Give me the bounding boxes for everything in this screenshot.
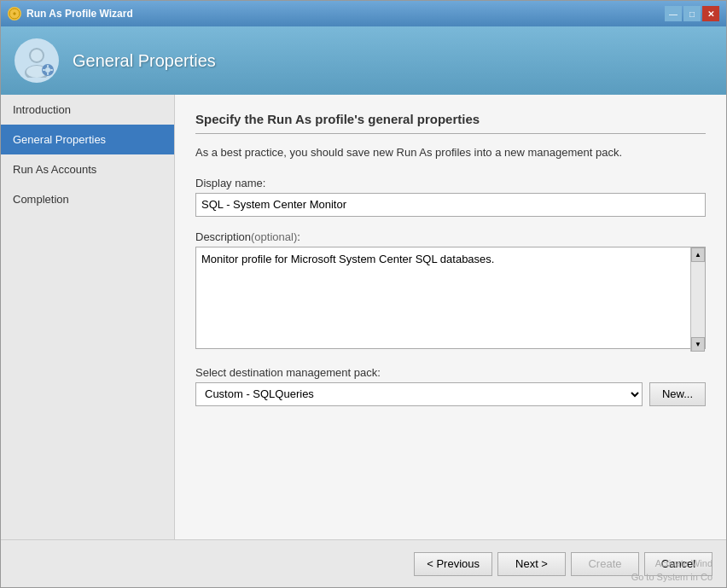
svg-rect-8 <box>47 73 49 75</box>
svg-rect-9 <box>43 69 45 71</box>
svg-point-6 <box>45 67 50 73</box>
sidebar-item-general-properties[interactable]: General Properties <box>1 125 174 154</box>
new-management-pack-button[interactable]: New... <box>649 382 706 406</box>
avatar <box>15 38 59 83</box>
scroll-down-btn[interactable]: ▼ <box>691 337 705 352</box>
svg-point-3 <box>31 49 43 61</box>
wizard-window: Run As Profile Wizard — □ ✕ <box>0 0 727 588</box>
textarea-scrollbar: ▲ ▼ <box>690 247 705 352</box>
title-bar-left: Run As Profile Wizard <box>8 7 133 20</box>
footer: < Previous Next > Create Cancel Activate… <box>1 539 726 587</box>
sidebar-item-introduction[interactable]: Introduction <box>1 95 174 125</box>
sidebar-item-completion[interactable]: Completion <box>1 184 174 214</box>
create-button[interactable]: Create <box>571 552 639 576</box>
management-pack-row: Custom - SQLQueries Default Management P… <box>195 382 706 406</box>
management-pack-label: Select destination management pack: <box>195 366 706 379</box>
scroll-up-btn[interactable]: ▲ <box>691 247 705 262</box>
content-panel: Specify the Run As profile's general pro… <box>175 95 726 539</box>
header-title: General Properties <box>73 51 216 71</box>
management-pack-select[interactable]: Custom - SQLQueries Default Management P… <box>195 382 643 406</box>
description-textarea-container: Monitor profile for Microsoft System Cen… <box>195 247 706 352</box>
info-text: As a best practice, you should save new … <box>195 144 706 161</box>
title-bar-controls: — □ ✕ <box>665 6 719 21</box>
display-name-label: Display name: <box>195 177 706 189</box>
description-label: Description(optional): <box>195 230 706 243</box>
sidebar: Introduction General Properties Run As A… <box>1 95 175 539</box>
previous-button[interactable]: < Previous <box>414 552 492 576</box>
description-optional-text: (optional) <box>251 230 297 243</box>
description-textarea[interactable]: Monitor profile for Microsoft System Cen… <box>195 247 706 349</box>
sidebar-item-run-as-accounts[interactable]: Run As Accounts <box>1 154 174 184</box>
window-title: Run As Profile Wizard <box>26 8 133 20</box>
section-title: Specify the Run As profile's general pro… <box>195 112 706 134</box>
maximize-button[interactable]: □ <box>683 6 701 21</box>
minimize-button[interactable]: — <box>665 6 682 21</box>
svg-rect-7 <box>47 65 49 67</box>
svg-rect-10 <box>50 69 53 71</box>
main-content: Introduction General Properties Run As A… <box>1 95 726 539</box>
app-icon <box>8 7 21 20</box>
title-bar: Run As Profile Wizard — □ ✕ <box>1 1 726 26</box>
close-button[interactable]: ✕ <box>702 6 719 21</box>
watermark: Activate Wind Go to System in Co <box>631 557 712 584</box>
display-name-input[interactable] <box>195 193 706 217</box>
next-button[interactable]: Next > <box>497 552 566 576</box>
header-area: General Properties <box>1 26 726 95</box>
